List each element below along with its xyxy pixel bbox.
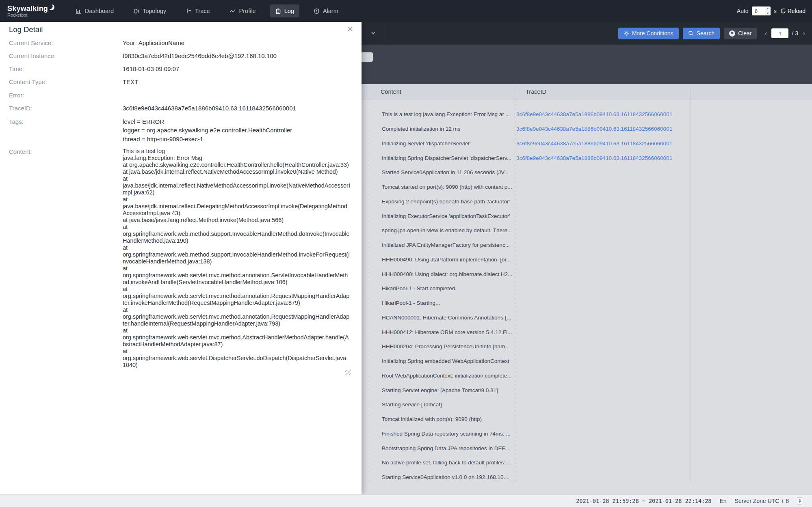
log-content-cell[interactable]: HCANN000001: Hibernate Commons Annotatio…	[382, 315, 516, 321]
page-total-label: / 3	[792, 30, 798, 37]
server-zone-stepper[interactable]	[797, 497, 802, 505]
log-content-cell[interactable]: Exposing 2 endpoint(s) beneath base path…	[382, 198, 516, 205]
more-conditions-label: More Conditions	[632, 30, 673, 37]
auto-label: Auto	[737, 8, 749, 14]
pagination: ‹ / 3 ›	[763, 28, 806, 38]
log-content-cell[interactable]: Initializing Spring embedded WebApplicat…	[382, 358, 516, 364]
field-value-content-type: TEXT	[123, 78, 138, 86]
log-content-cell[interactable]: Initialized JPA EntityManagerFactory for…	[382, 242, 516, 248]
brand-logo[interactable]: Skywalking Rocketbot	[7, 5, 55, 17]
log-content-cell[interactable]: spring.jpa.open-in-view is enabled by de…	[382, 227, 516, 233]
toolbar-divider	[386, 22, 386, 45]
language-selector[interactable]: En	[719, 498, 726, 504]
top-nav: Skywalking Rocketbot Dashboard Topology …	[0, 0, 812, 22]
alarm-icon	[314, 8, 320, 14]
page-title: Log Detail	[9, 25, 43, 34]
topology-icon	[133, 8, 139, 14]
search-button[interactable]: Search	[683, 28, 720, 39]
auto-increment-arrow[interactable]	[765, 6, 771, 11]
profile-icon	[230, 8, 236, 14]
field-label-traceid: TraceID:	[9, 104, 32, 112]
log-icon	[275, 8, 281, 14]
log-content-cell[interactable]: Initializing Servlet 'dispatcherServlet'	[382, 140, 516, 147]
auto-interval-value: 6	[752, 8, 765, 14]
more-conditions-button[interactable]: More Conditions	[618, 28, 679, 39]
trace-id-link[interactable]: 3c6f8e9e043c44638a7e5a1886b09410.63.1611…	[516, 126, 672, 132]
tab-profile-label: Profile	[239, 8, 256, 14]
clear-button[interactable]: ✕ Clear	[724, 28, 757, 39]
column-header-content: Content	[381, 84, 401, 99]
log-content-cell[interactable]: No active profile set, falling back to d…	[382, 460, 516, 466]
field-value-current-service: Your_ApplicationName	[123, 39, 184, 47]
page-number-input[interactable]	[771, 28, 788, 38]
tag-value-thread: thread = http-nio-9090-exec-1	[123, 135, 203, 143]
field-label-current-service: Current Service:	[9, 39, 53, 47]
log-content-cell[interactable]: Initializing ExecutorService 'applicatio…	[382, 213, 516, 219]
dashboard-icon	[76, 8, 82, 14]
log-content-cell[interactable]: This is a test log java.lang.Exception: …	[382, 111, 516, 117]
log-content-cell[interactable]: Starting Service0Application v1.0.0 on 1…	[382, 474, 516, 480]
field-label-tags: Tags:	[9, 118, 24, 126]
log-content-textarea[interactable]	[123, 148, 351, 375]
log-detail-panel: Log Detail ✕ Current Service: Your_Appli…	[0, 22, 362, 494]
log-content-cell[interactable]: HikariPool-1 - Starting...	[382, 300, 516, 306]
log-content-cell[interactable]: HikariPool-1 - Start completed.	[382, 285, 516, 291]
log-content-cell[interactable]: HHH000204: Processing PersistenceUnitInf…	[382, 343, 516, 350]
log-content-cell[interactable]: Tomcat started on port(s): 9090 (http) w…	[382, 184, 516, 190]
textarea-resize-handle[interactable]	[345, 370, 351, 375]
tab-topology[interactable]: Topology	[128, 4, 171, 17]
log-content-cell[interactable]: HHH000412: Hibernate ORM core version 5.…	[382, 329, 516, 335]
log-content-cell[interactable]: Starting service [Tomcat]	[382, 401, 516, 408]
brand-title: Skywalking	[7, 5, 48, 12]
field-value-current-instance: f9830c3a7cbd42d19edc2546bdd6c4eb@192.168…	[123, 52, 277, 60]
auto-interval-stepper[interactable]: 6	[752, 6, 771, 15]
chevron-down-icon[interactable]	[370, 30, 376, 36]
prev-page-arrow[interactable]: ‹	[763, 30, 768, 37]
reload-label: Reload	[788, 8, 806, 14]
log-content-cell[interactable]: Started Service0Application in 11.206 se…	[382, 169, 516, 175]
time-range-label[interactable]: 2021-01-28 21:59:28 ~ 2021-01-28 22:14:2…	[576, 498, 711, 504]
log-content-cell[interactable]: HHH000490: Using JtaPlatform implementat…	[382, 257, 516, 263]
tab-dashboard[interactable]: Dashboard	[70, 4, 119, 17]
tab-alarm-label: Alarm	[323, 8, 338, 14]
log-content-cell[interactable]: Initializing Spring DispatcherServlet 'd…	[382, 155, 516, 161]
server-zone-label: Server Zone UTC + 8	[735, 498, 789, 504]
field-label-content: Content:	[9, 148, 32, 156]
tab-profile[interactable]: Profile	[224, 4, 261, 17]
clear-label: Clear	[738, 30, 751, 37]
tab-trace[interactable]: Trace	[180, 4, 215, 17]
reload-icon	[780, 8, 786, 14]
log-content-cell[interactable]: Tomcat initialized with port(s): 9090 (h…	[382, 416, 516, 422]
zone-decrement-arrow[interactable]	[799, 501, 801, 503]
field-value-time: 1618-01-03 09:09:07	[123, 65, 179, 73]
trace-id-link[interactable]: 3c6f8e9e043c44638a7e5a1886b09410.63.1611…	[516, 140, 672, 147]
tab-log[interactable]: Log	[270, 4, 299, 17]
auto-decrement-arrow[interactable]	[765, 11, 771, 16]
log-content-cell[interactable]: Completed initialization in 12 ms	[382, 126, 516, 132]
next-page-arrow[interactable]: ›	[801, 30, 806, 37]
trace-id-link[interactable]: 3c6f8e9e043c44638a7e5a1886b09410.63.1611…	[516, 155, 672, 161]
auto-unit-label: s	[774, 8, 777, 14]
log-content-cell[interactable]: Finished Spring Data repository scanning…	[382, 431, 516, 437]
nav-right-controls: Auto 6 s Reload	[737, 6, 812, 15]
log-content-cell[interactable]: Root WebApplicationContext: initializati…	[382, 373, 516, 379]
log-content-cell[interactable]: Starting Servlet engine: [Apache Tomcat/…	[382, 387, 516, 393]
field-label-current-instance: Current Instance:	[9, 52, 56, 60]
column-header-traceid: TraceID	[526, 84, 546, 99]
reload-button[interactable]: Reload	[780, 8, 806, 14]
trace-id-link[interactable]: 3c6f8e9e043c44638a7e5a1886b09410.63.1611…	[516, 111, 672, 117]
tab-trace-label: Trace	[195, 8, 210, 14]
auto-interval-arrows[interactable]	[765, 6, 771, 15]
footer-bar: 2021-01-28 21:59:28 ~ 2021-01-28 22:14:2…	[0, 494, 812, 507]
gear-icon	[624, 30, 629, 36]
tab-alarm[interactable]: Alarm	[308, 4, 344, 17]
close-icon[interactable]: ✕	[347, 24, 353, 34]
tag-value-level: level = ERROR	[123, 118, 164, 126]
brand-subtitle: Rocketbot	[7, 13, 55, 17]
search-label: Search	[697, 30, 715, 37]
log-content-cell[interactable]: Bootstrapping Spring Data JPA repositori…	[382, 445, 516, 451]
log-content-cell[interactable]: HHH000400: Using dialect: org.hibernate.…	[382, 271, 516, 277]
tab-log-label: Log	[284, 8, 294, 14]
nav-tabs: Dashboard Topology Trace Profile Log	[70, 4, 353, 17]
zone-increment-arrow[interactable]	[799, 499, 801, 501]
